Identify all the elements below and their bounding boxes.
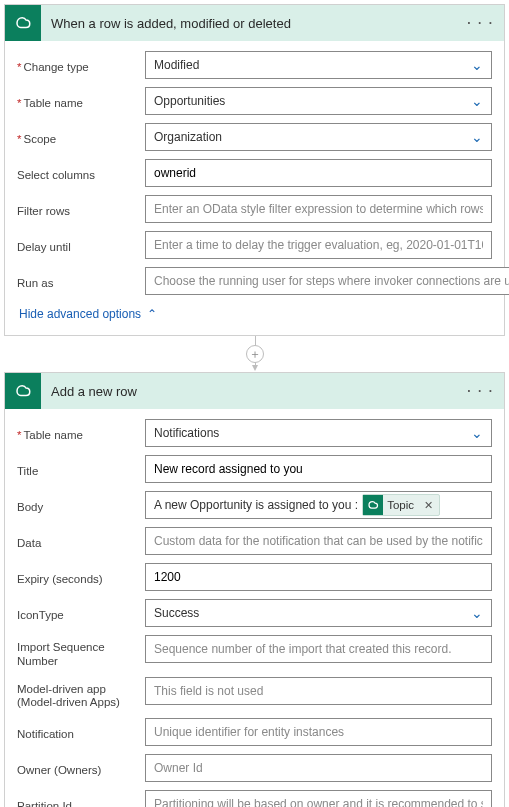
- trigger-card: When a row is added, modified or deleted…: [4, 4, 505, 336]
- action-card: Add a new row · · · Table name Notificat…: [4, 372, 505, 807]
- select-columns-label: Select columns: [17, 163, 145, 183]
- import-seq-input[interactable]: [145, 635, 492, 663]
- body-label: Body: [17, 495, 145, 515]
- icontype-label: IconType: [17, 603, 145, 623]
- data-input[interactable]: [145, 527, 492, 555]
- change-type-value: Modified: [154, 58, 199, 72]
- run-as-select[interactable]: Choose the running user for steps where …: [145, 267, 509, 295]
- change-type-label: Change type: [17, 55, 145, 75]
- dynamic-content-token[interactable]: Topic ✕: [362, 494, 440, 516]
- dataverse-token-icon: [363, 495, 383, 515]
- model-app-input[interactable]: [145, 677, 492, 705]
- scope-select[interactable]: Organization ⌄: [145, 123, 492, 151]
- table-name-label: Table name: [17, 91, 145, 111]
- table-name-value: Opportunities: [154, 94, 225, 108]
- trigger-menu-button[interactable]: · · ·: [467, 16, 504, 30]
- delay-until-input[interactable]: [145, 231, 492, 259]
- body-text: A new Opportunity is assigned to you :: [154, 498, 358, 512]
- row-table-name-select[interactable]: Notifications ⌄: [145, 419, 492, 447]
- expiry-field[interactable]: [154, 570, 483, 584]
- row-table-name-label: Table name: [17, 423, 145, 443]
- add-step-button[interactable]: ＋: [246, 345, 264, 363]
- scope-label: Scope: [17, 127, 145, 147]
- data-label: Data: [17, 531, 145, 551]
- chevron-down-icon: ⌄: [471, 93, 483, 109]
- icontype-value: Success: [154, 606, 199, 620]
- action-card-header[interactable]: Add a new row · · ·: [5, 373, 504, 409]
- title-label: Title: [17, 459, 145, 479]
- body-input[interactable]: A new Opportunity is assigned to you : T…: [145, 491, 492, 519]
- select-columns-input[interactable]: [145, 159, 492, 187]
- expiry-input[interactable]: [145, 563, 492, 591]
- row-table-name-value: Notifications: [154, 426, 219, 440]
- flow-connector: ＋ ▾: [4, 336, 505, 372]
- owner-label: Owner (Owners): [17, 758, 145, 778]
- select-columns-field[interactable]: [154, 166, 483, 180]
- filter-rows-input[interactable]: [145, 195, 492, 223]
- icontype-select[interactable]: Success ⌄: [145, 599, 492, 627]
- table-name-select[interactable]: Opportunities ⌄: [145, 87, 492, 115]
- action-menu-button[interactable]: · · ·: [467, 384, 504, 398]
- owner-input[interactable]: [145, 754, 492, 782]
- model-app-field[interactable]: [154, 684, 483, 698]
- filter-rows-field[interactable]: [154, 202, 483, 216]
- filter-rows-label: Filter rows: [17, 199, 145, 219]
- chevron-down-icon: ⌄: [471, 605, 483, 621]
- run-as-placeholder: Choose the running user for steps where …: [154, 274, 509, 288]
- action-body: Table name Notifications ⌄ Title Body A …: [5, 409, 504, 807]
- change-type-select[interactable]: Modified ⌄: [145, 51, 492, 79]
- notification-field[interactable]: [154, 725, 483, 739]
- trigger-card-header[interactable]: When a row is added, modified or deleted…: [5, 5, 504, 41]
- notification-input[interactable]: [145, 718, 492, 746]
- notification-label: Notification: [17, 722, 145, 742]
- token-label: Topic: [387, 499, 418, 511]
- owner-field[interactable]: [154, 761, 483, 775]
- run-as-label: Run as: [17, 271, 145, 291]
- action-title: Add a new row: [41, 384, 467, 399]
- token-remove-icon[interactable]: ✕: [418, 499, 439, 512]
- dataverse-icon: [5, 373, 41, 409]
- chevron-down-icon: ⌄: [471, 425, 483, 441]
- title-input[interactable]: [145, 455, 492, 483]
- delay-until-field[interactable]: [154, 238, 483, 252]
- import-seq-field[interactable]: [154, 642, 483, 656]
- data-field[interactable]: [154, 534, 483, 548]
- hide-advanced-label: Hide advanced options: [19, 307, 141, 321]
- expiry-label: Expiry (seconds): [17, 567, 145, 587]
- dataverse-icon: [5, 5, 41, 41]
- delay-until-label: Delay until: [17, 235, 145, 255]
- hide-advanced-toggle[interactable]: Hide advanced options ⌃: [17, 303, 159, 331]
- chevron-up-icon: ⌃: [147, 307, 157, 321]
- import-seq-label: Import Sequence Number: [17, 635, 145, 669]
- partition-input[interactable]: [145, 790, 492, 807]
- chevron-down-icon: ⌄: [471, 129, 483, 145]
- title-field[interactable]: [154, 462, 483, 476]
- partition-label: Partition Id: [17, 794, 145, 807]
- trigger-title: When a row is added, modified or deleted: [41, 16, 467, 31]
- partition-field[interactable]: [154, 797, 483, 807]
- trigger-body: Change type Modified ⌄ Table name Opport…: [5, 41, 504, 335]
- model-app-label: Model-driven app (Model-driven Apps): [17, 677, 145, 711]
- scope-value: Organization: [154, 130, 222, 144]
- chevron-down-icon: ⌄: [471, 57, 483, 73]
